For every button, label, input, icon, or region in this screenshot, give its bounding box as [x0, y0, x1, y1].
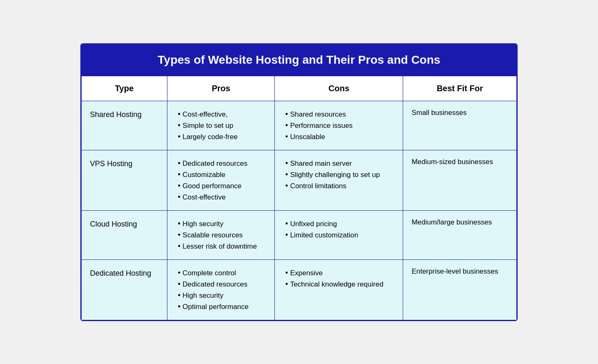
pros-item: Simple to set up [176, 120, 266, 131]
hosting-table: Type Pros Cons Best Fit For Shared Hosti… [81, 76, 517, 320]
cell-type-2: Cloud Hosting [82, 210, 167, 259]
pros-item: Lesser risk of downtime [176, 241, 266, 252]
table-title: Types of Website Hosting and Their Pros … [81, 44, 517, 76]
cell-pros-2: High securityScalable resourcesLesser ri… [167, 210, 274, 259]
table-header-row: Type Pros Cons Best Fit For [82, 76, 517, 101]
pros-item: High security [176, 218, 266, 229]
cell-pros-1: Dedicated resourcesCustomizableGood perf… [167, 150, 274, 210]
cons-item: Shared main server [283, 158, 394, 169]
col-header-cons: Cons [275, 76, 403, 101]
pros-item: Largely code-free [176, 131, 266, 142]
pros-item: High security [176, 290, 266, 301]
cell-cons-2: Unfixed pricingLimited customization [275, 210, 403, 259]
hosting-table-wrapper: Types of Website Hosting and Their Pros … [80, 43, 518, 321]
cell-bestfit-0: Small businesses [403, 101, 517, 150]
table-row: Dedicated HostingComplete controlDedicat… [82, 259, 517, 320]
pros-item: Dedicated resources [176, 279, 266, 290]
cons-item: Limited customization [283, 229, 394, 241]
pros-item: Complete control [176, 267, 266, 279]
cell-bestfit-2: Medium/large businesses [403, 210, 517, 259]
cell-cons-1: Shared main serverSlightly challenging t… [275, 150, 403, 210]
cons-item: Performance issues [283, 120, 394, 131]
cons-item: Control limitations [283, 180, 394, 192]
pros-item: Cost-effective [176, 192, 266, 203]
cell-bestfit-1: Medium-sized businesses [403, 150, 517, 210]
table-row: VPS HostingDedicated resourcesCustomizab… [82, 150, 517, 210]
pros-item: Good performance [176, 180, 266, 192]
table-body: Shared HostingCost-effective,Simple to s… [82, 101, 517, 320]
cell-type-3: Dedicated Hosting [82, 259, 167, 320]
cell-type-1: VPS Hosting [82, 150, 167, 210]
pros-item: Scalable resources [176, 229, 266, 241]
cell-cons-3: ExpensiveTechnical knowledge required [275, 259, 403, 320]
cell-cons-0: Shared resourcesPerformance issuesUnscal… [275, 101, 403, 150]
cell-type-0: Shared Hosting [82, 101, 167, 150]
table-row: Cloud HostingHigh securityScalable resou… [82, 210, 517, 259]
pros-item: Customizable [176, 169, 266, 180]
cons-item: Unfixed pricing [283, 218, 394, 229]
cons-item: Shared resources [283, 109, 394, 120]
table-row: Shared HostingCost-effective,Simple to s… [82, 101, 517, 150]
col-header-bestfit: Best Fit For [403, 76, 517, 101]
cons-item: Expensive [283, 267, 394, 279]
col-header-pros: Pros [167, 76, 274, 101]
pros-item: Dedicated resources [176, 158, 266, 169]
pros-item: Optimal performance [176, 301, 266, 312]
cell-pros-3: Complete controlDedicated resourcesHigh … [167, 259, 274, 320]
cons-item: Technical knowledge required [283, 279, 394, 290]
cell-pros-0: Cost-effective,Simple to set upLargely c… [167, 101, 274, 150]
cell-bestfit-3: Enterprise-level businesses [403, 259, 517, 320]
col-header-type: Type [82, 76, 167, 101]
cons-item: Unscalable [283, 131, 394, 142]
cons-item: Slightly challenging to set up [283, 169, 394, 180]
pros-item: Cost-effective, [176, 109, 266, 120]
